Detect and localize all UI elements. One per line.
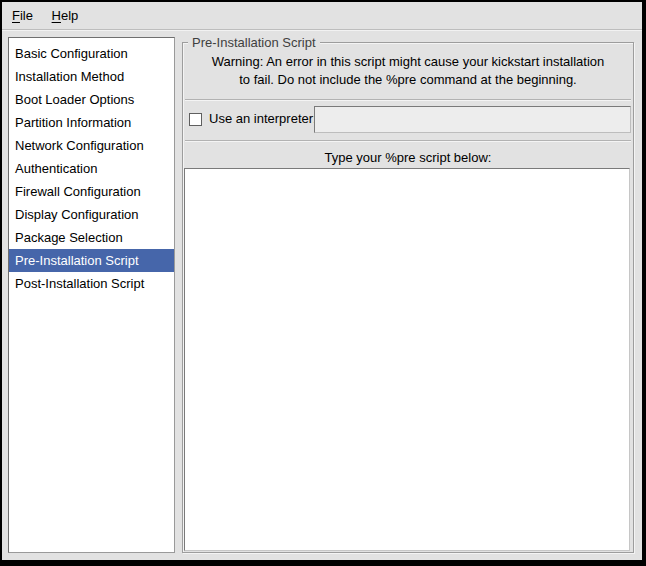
warning-line-2: to fail. Do not include the %pre command… [183, 71, 633, 89]
menubar: File Help [2, 2, 642, 30]
menu-help[interactable]: Help [52, 7, 79, 25]
pre-script-textarea[interactable] [184, 168, 630, 551]
menu-help-mnemonic: H [52, 8, 61, 23]
separator [185, 140, 631, 142]
sidebar-item-installation-method[interactable]: Installation Method [9, 65, 174, 88]
sidebar-item-partition-information[interactable]: Partition Information [9, 111, 174, 134]
sidebar-item-basic-configuration[interactable]: Basic Configuration [9, 42, 174, 65]
sidebar-item-post-installation-script[interactable]: Post-Installation Script [9, 272, 174, 295]
pre-installation-script-frame: Pre-Installation Script Warning: An erro… [182, 42, 634, 553]
sidebar-item-network-configuration[interactable]: Network Configuration [9, 134, 174, 157]
script-prompt-label: Type your %pre script below: [183, 149, 633, 166]
kickstart-configurator-window: File Help Basic Configuration Installati… [0, 0, 646, 566]
use-interpreter-label[interactable]: Use an interpreter: [209, 106, 317, 132]
sidebar-item-package-selection[interactable]: Package Selection [9, 226, 174, 249]
menu-help-rest: elp [61, 8, 78, 23]
sidebar-item-pre-installation-script[interactable]: Pre-Installation Script [9, 249, 174, 272]
panel-title: Pre-Installation Script [188, 34, 320, 51]
separator [185, 99, 631, 101]
warning-line-1: Warning: An error in this script might c… [183, 53, 633, 71]
use-interpreter-checkbox[interactable] [189, 113, 202, 126]
interpreter-input[interactable] [314, 106, 631, 133]
sidebar-item-firewall-configuration[interactable]: Firewall Configuration [9, 180, 174, 203]
sidebar-item-display-configuration[interactable]: Display Configuration [9, 203, 174, 226]
menu-file-rest: ile [20, 8, 33, 23]
sidebar-item-boot-loader-options[interactable]: Boot Loader Options [9, 88, 174, 111]
sidebar-item-authentication[interactable]: Authentication [9, 157, 174, 180]
warning-text: Warning: An error in this script might c… [183, 53, 633, 89]
menu-file[interactable]: File [12, 7, 33, 25]
menu-file-mnemonic: F [12, 8, 20, 23]
sidebar-list: Basic Configuration Installation Method … [8, 37, 175, 553]
